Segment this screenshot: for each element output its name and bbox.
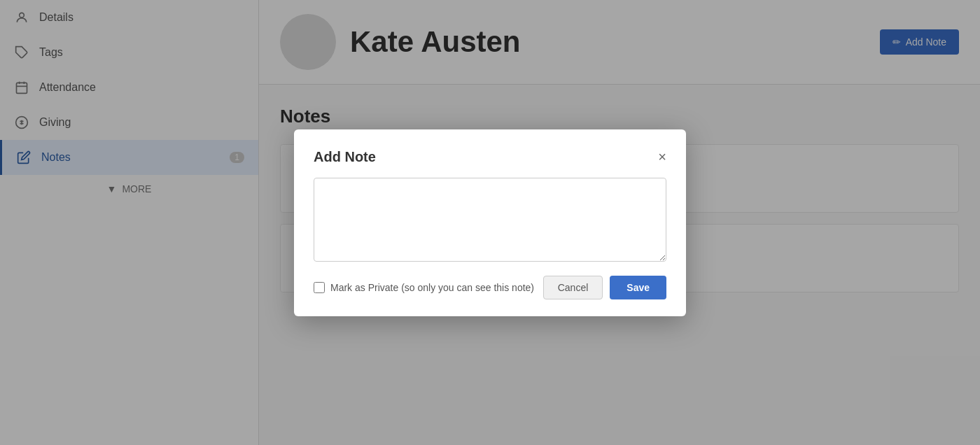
private-checkbox[interactable] bbox=[314, 282, 325, 293]
modal-overlay[interactable]: Add Note × Mark as Private (so only you … bbox=[0, 0, 980, 445]
private-checkbox-label[interactable]: Mark as Private (so only you can see thi… bbox=[314, 282, 534, 293]
modal-close-button[interactable]: × bbox=[658, 150, 666, 164]
modal-header: Add Note × bbox=[314, 149, 666, 165]
modal-actions: Cancel Save bbox=[543, 276, 666, 299]
note-textarea[interactable] bbox=[314, 178, 666, 262]
modal-footer: Mark as Private (so only you can see thi… bbox=[314, 276, 666, 299]
save-button[interactable]: Save bbox=[610, 276, 666, 299]
cancel-button[interactable]: Cancel bbox=[543, 276, 603, 299]
add-note-modal: Add Note × Mark as Private (so only you … bbox=[294, 129, 686, 316]
private-checkbox-text: Mark as Private (so only you can see thi… bbox=[330, 282, 534, 293]
modal-title: Add Note bbox=[314, 149, 376, 165]
